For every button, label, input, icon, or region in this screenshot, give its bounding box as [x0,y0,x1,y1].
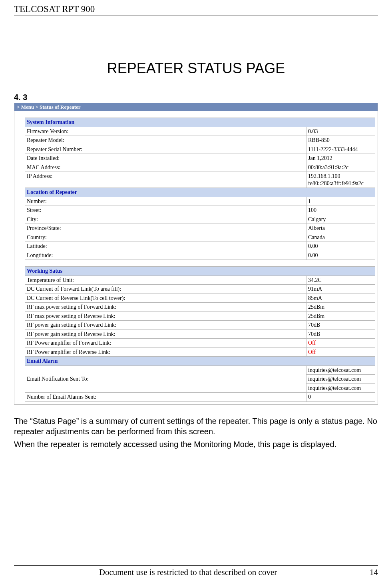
embedded-screenshot: > Menu > Status of Repeater System Infor… [14,103,378,405]
document-page: TELCOSAT RPT 900 REPEATER STATUS PAGE 4.… [0,0,392,585]
row-value: 1 [306,197,375,206]
row-label: Province/State: [25,224,306,233]
table-row: City: Calgary [25,215,375,224]
table-row: RF max power setting of Forward Link: 25… [25,303,375,312]
page-title: REPEATER STATUS PAGE [14,60,378,77]
row-value: 00:80:a3:91:9a:2c [306,163,375,172]
table-row: Email Notification Sent To: inquiries@te… [25,365,375,375]
row-value: inquiries@telcosat.com [306,375,375,384]
document-footer: Document use is restricted to that descr… [14,565,378,577]
row-value: RBB-850 [306,136,375,145]
row-label: Firmware Version: [25,127,306,136]
table-row: RF Power amplifier of Reverse Link: Off [25,347,375,357]
row-value: 0.00 [306,251,375,260]
row-value: 0 [306,393,375,402]
table-row: RF Power amplifier of Forward Link: Off [25,339,375,348]
table-row: RF power gain setting of Forward Link: 7… [25,321,375,330]
row-label: DC Current of Forward Link(To area fill)… [25,285,306,294]
table-row: MAC Address: 00:80:a3:91:9a:2c [25,163,375,172]
table-row: Number of Email Alarms Sent: 0 [25,393,375,402]
row-label: Latitude: [25,242,306,251]
table-row: Number: 1 [25,197,375,206]
row-value: 34.2C [306,276,375,285]
section-header-working-status: Working Satus [25,267,375,276]
spacer-row [25,260,375,267]
row-value: inquiries@telcosat.com [306,383,375,393]
table-row: IP Address: 192.168.1.100 fe80::280:a3ff… [25,172,375,188]
row-label: Date Installed: [25,154,306,163]
row-value: 25dBm [306,311,375,321]
row-label: Number of Email Alarms Sent: [25,393,306,402]
section-number: 4. 3 [14,93,378,102]
row-label: RF max power setting of Forward Link: [25,303,306,312]
row-value: Off [306,347,375,357]
row-label: Temperature of Unit: [25,276,306,285]
row-label: Repeater Serial Number: [25,145,306,154]
row-value: Jan 1,2012 [306,154,375,163]
row-value: 85mA [306,293,375,303]
row-label: RF power gain setting of Forward Link: [25,321,306,330]
row-value: 25dBm [306,303,375,312]
footer-text: Document use is restricted to that descr… [14,567,362,577]
table-row: Street: 100 [25,206,375,215]
section-header-email-alarm: Email Alarm [25,357,375,366]
table-row: Temperature of Unit: 34.2C [25,276,375,285]
table-row: Province/State: Alberta [25,224,375,233]
row-value: 70dB [306,329,375,339]
row-label: DC Current of Reverse Link(To cell tower… [25,293,306,303]
row-label: Street: [25,206,306,215]
row-value: 100 [306,206,375,215]
row-label: Number: [25,197,306,206]
row-label: RF Power amplifier of Forward Link: [25,339,306,348]
table-row: Latitude: 0.00 [25,242,375,251]
row-label: Repeater Model: [25,136,306,145]
row-value: 1111-2222-3333-4444 [306,145,375,154]
row-value: Canada [306,233,375,242]
row-value: 0.03 [306,127,375,136]
section-title: Location of Repeater [25,188,375,197]
section-title: System Information [25,118,375,127]
section-header-system-information: System Information [25,118,375,127]
row-value: 70dB [306,321,375,330]
row-value: inquiries@telcosat.com [306,365,375,375]
row-label: IP Address: [25,172,306,188]
page-number: 14 [362,567,378,577]
row-label: Longtitude: [25,251,306,260]
document-header: TELCOSAT RPT 900 [14,4,378,16]
table-row: Longtitude: 0.00 [25,251,375,260]
table-row: Repeater Serial Number: 1111-2222-3333-4… [25,145,375,154]
table-row: RF power gain setting of Reverse Link: 7… [25,329,375,339]
table-row: Country: Canada [25,233,375,242]
row-value: 0.00 [306,242,375,251]
table-row: RF max power setting of Reverse Link: 25… [25,311,375,321]
table-row: DC Current of Forward Link(To area fill)… [25,285,375,294]
table-row: Repeater Model: RBB-850 [25,136,375,145]
status-table: System Information Firmware Version: 0.0… [25,118,375,402]
table-row: Date Installed: Jan 1,2012 [25,154,375,163]
row-value: 91mA [306,285,375,294]
row-label: Email Notification Sent To: [25,365,306,393]
row-label: RF Power amplifier of Reverse Link: [25,347,306,357]
breadcrumb: > Menu > Status of Repeater [14,103,378,111]
row-label: MAC Address: [25,163,306,172]
row-value: Alberta [306,224,375,233]
body-paragraph: When the repeater is remotely accessed u… [14,439,378,449]
row-value: 192.168.1.100 fe80::280:a3ff:fe91:9a2c [306,172,375,188]
row-label: Country: [25,233,306,242]
body-paragraph: The “Status Page” is a summary of curren… [14,416,378,437]
status-table-container: System Information Firmware Version: 0.0… [14,111,378,404]
section-header-location: Location of Repeater [25,188,375,197]
table-row: DC Current of Reverse Link(To cell tower… [25,293,375,303]
row-value: Calgary [306,215,375,224]
section-title: Working Satus [25,267,375,276]
row-label: City: [25,215,306,224]
row-value: Off [306,339,375,348]
table-row: Firmware Version: 0.03 [25,127,375,136]
row-label: RF power gain setting of Reverse Link: [25,329,306,339]
section-title: Email Alarm [25,357,375,366]
row-label: RF max power setting of Reverse Link: [25,311,306,321]
